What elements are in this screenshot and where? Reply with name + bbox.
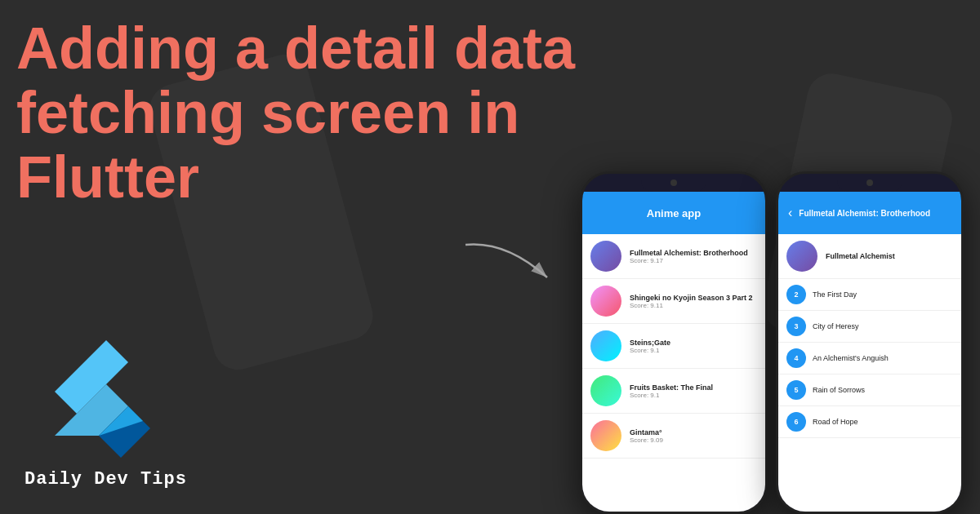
list-item[interactable]: Shingeki no Kyojin Season 3 Part 2 Score…	[582, 279, 765, 324]
episode-item-5[interactable]: 5 Rain of Sorrows	[778, 374, 961, 406]
list-item[interactable]: Steins;Gate Score: 9.1	[582, 324, 765, 369]
app-bar-detail-title: Fullmetal Alchemist: Brotherhood	[799, 209, 930, 218]
avatar-4	[590, 375, 621, 406]
episode-item-2[interactable]: 2 The First Day	[778, 279, 961, 311]
ep-number-6: 6	[786, 412, 806, 432]
app-bar-list-title: Anime app	[647, 207, 701, 219]
phone-camera-1	[670, 179, 677, 186]
item-score-2: Score: 9.11	[630, 302, 757, 309]
page-title: Adding a detail data fetching screen in …	[16, 16, 629, 210]
item-text-3: Steins;Gate Score: 9.1	[630, 339, 757, 354]
app-bar-detail: ‹ Fullmetal Alchemist: Brotherhood	[778, 192, 961, 234]
episode-item-1[interactable]: Fullmetal Alchemist	[778, 234, 961, 279]
title-line1: Adding a detail data	[16, 16, 629, 81]
ep-title-1: Fullmetal Alchemist	[826, 252, 953, 260]
ep-number-4: 4	[786, 348, 806, 368]
item-title-1: Fullmetal Alchemist: Brotherhood	[630, 249, 757, 257]
item-score-4: Score: 9.1	[630, 392, 757, 399]
item-text-2: Shingeki no Kyojin Season 3 Part 2 Score…	[630, 294, 757, 309]
list-item[interactable]: Fruits Basket: The Final Score: 9.1	[582, 369, 765, 414]
avatar-3	[590, 330, 621, 361]
ep-text-1: Fullmetal Alchemist	[826, 252, 953, 260]
phone-detail: ‹ Fullmetal Alchemist: Brotherhood Fullm…	[776, 171, 964, 514]
flutter-logo	[33, 318, 180, 465]
phone-list: Anime app Fullmetal Alchemist: Brotherho…	[580, 171, 768, 514]
avatar-5	[590, 420, 621, 451]
ep-avatar-1	[786, 241, 817, 272]
item-score-1: Score: 9.17	[630, 257, 757, 264]
avatar-2	[590, 286, 621, 317]
ep-number-5: 5	[786, 380, 806, 400]
episode-item-4[interactable]: 4 An Alchemist's Anguish	[778, 343, 961, 374]
brand-label: Daily Dev Tips	[24, 469, 187, 490]
back-icon[interactable]: ‹	[788, 206, 792, 220]
phone-camera-2	[866, 179, 873, 186]
item-title-4: Fruits Basket: The Final	[630, 383, 757, 392]
item-text-4: Fruits Basket: The Final Score: 9.1	[630, 383, 757, 399]
ep-number-3: 3	[786, 317, 806, 336]
item-text-1: Fullmetal Alchemist: Brotherhood Score: …	[630, 249, 757, 264]
episode-item-3[interactable]: 3 City of Heresy	[778, 311, 961, 343]
item-score-3: Score: 9.1	[630, 347, 757, 354]
ep-number-2: 2	[786, 285, 806, 304]
avatar-1	[590, 241, 621, 272]
app-bar-list: Anime app	[582, 192, 765, 234]
phones-container: Anime app Fullmetal Alchemist: Brotherho…	[580, 171, 980, 514]
item-title-2: Shingeki no Kyojin Season 3 Part 2	[630, 294, 757, 302]
list-item[interactable]: Fullmetal Alchemist: Brotherhood Score: …	[582, 234, 765, 279]
episodes-list: Fullmetal Alchemist 2 The First Day 3 Ci…	[778, 234, 961, 512]
title-line2: fetching screen in Flutter	[16, 81, 629, 210]
ep-title-3: City of Heresy	[813, 322, 859, 330]
item-text-5: Gintama° Score: 9.09	[630, 428, 757, 444]
anime-list: Fullmetal Alchemist: Brotherhood Score: …	[582, 234, 765, 512]
item-score-5: Score: 9.09	[630, 436, 757, 444]
episode-item-6[interactable]: 6 Road of Hope	[778, 406, 961, 438]
item-title-3: Steins;Gate	[630, 339, 757, 347]
ep-title-4: An Alchemist's Anguish	[813, 354, 889, 362]
ep-title-6: Road of Hope	[813, 418, 858, 426]
item-title-5: Gintama°	[630, 428, 757, 436]
list-item[interactable]: Gintama° Score: 9.09	[582, 414, 765, 459]
ep-title-2: The First Day	[813, 290, 857, 299]
navigation-arrow	[457, 237, 555, 305]
ep-title-5: Rain of Sorrows	[813, 386, 865, 394]
